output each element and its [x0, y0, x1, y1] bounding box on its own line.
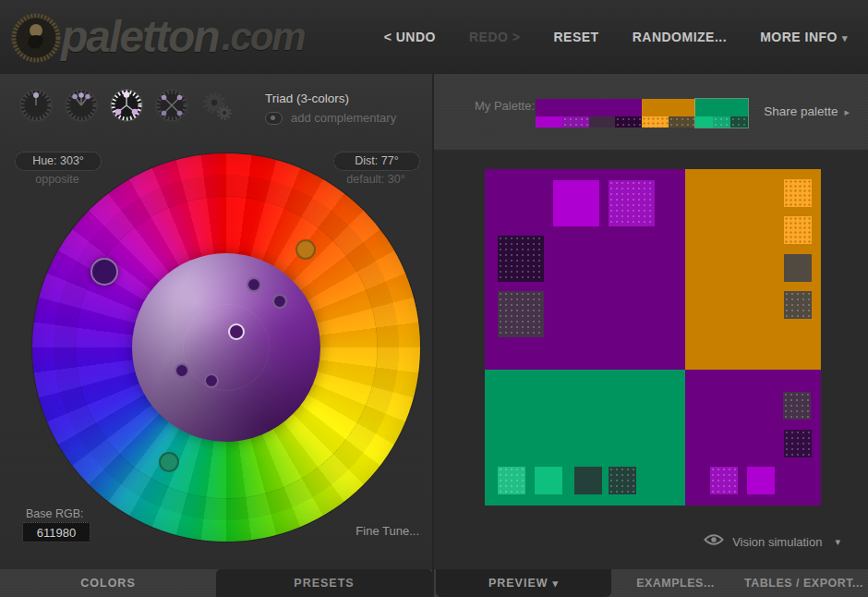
paletton-app: paletton .com < UNDO REDO > RESET RANDOM…	[0, 0, 868, 597]
palette-bar: My Palette:	[434, 74, 868, 150]
paletton-logo-icon	[9, 9, 61, 65]
preview-swatch[interactable]	[498, 291, 544, 337]
preview-swatch[interactable]	[498, 236, 544, 282]
logo: paletton .com	[9, 5, 305, 69]
hue-marker[interactable]	[90, 258, 118, 286]
preview-swatch[interactable]	[784, 254, 812, 282]
saturation-brightness-disc[interactable]	[132, 253, 320, 442]
triad-marker-teal[interactable]	[159, 452, 179, 472]
mode-freestyle-gears-icon[interactable]	[199, 88, 235, 123]
tab-tables-export[interactable]: TABLES / EXPORT...	[740, 569, 868, 597]
redo-button: REDO >	[469, 30, 521, 44]
preview-swatch[interactable]	[609, 467, 636, 494]
preview-quadrant-purple-2[interactable]	[685, 370, 821, 506]
scheme-designer-panel: Triad (3-colors) add complementary Hue: …	[0, 74, 432, 597]
preview-quadrant-orange[interactable]	[685, 169, 821, 370]
palette-strip[interactable]	[536, 99, 748, 128]
logo-tld: .com	[222, 5, 305, 69]
preview-swatch[interactable]	[783, 392, 811, 420]
radio-icon[interactable]	[265, 112, 283, 125]
header-menu: < UNDO REDO > RESET RANDOMIZE... MORE IN…	[384, 0, 848, 74]
add-complementary-label: add complementary	[291, 111, 396, 125]
tab-examples[interactable]: EXAMPLES...	[611, 569, 740, 597]
add-complementary-toggle[interactable]: add complementary	[265, 111, 396, 125]
chevron-down-icon: ▾	[842, 32, 848, 43]
vision-simulation-menu[interactable]: Vision simulation ▾	[704, 533, 840, 550]
chevron-down-icon: ▾	[553, 578, 560, 589]
reset-button[interactable]: RESET	[553, 30, 598, 44]
eye-icon	[704, 533, 724, 550]
chevron-down-icon: ▾	[835, 536, 840, 548]
preview-panel: My Palette:	[432, 74, 868, 597]
scheme-mode-selector	[18, 88, 235, 123]
tab-colors[interactable]: COLORS	[0, 569, 216, 597]
preview-swatch[interactable]	[784, 179, 812, 207]
my-palette-label: My Palette:	[475, 99, 535, 113]
triad-marker-orange[interactable]	[295, 239, 316, 260]
randomize-button[interactable]: RANDOMIZE...	[633, 30, 727, 44]
mode-monochromatic-icon[interactable]	[18, 88, 54, 123]
preview-swatch[interactable]	[609, 180, 655, 226]
preview-swatch[interactable]	[574, 467, 602, 494]
left-tab-bar: COLORS PRESETS	[0, 569, 432, 597]
fine-tune-link[interactable]: Fine Tune...	[356, 524, 419, 538]
distance-default-label[interactable]: default: 30°	[333, 173, 418, 186]
more-info-menu[interactable]: MORE INFO▾	[760, 30, 848, 44]
scheme-title: Triad (3-colors)	[265, 91, 349, 105]
preview-swatch[interactable]	[553, 180, 599, 226]
color-wheel[interactable]	[32, 153, 420, 542]
shade-marker[interactable]	[175, 363, 189, 378]
base-rgb-input[interactable]	[22, 522, 90, 542]
preview-swatch[interactable]	[784, 291, 812, 319]
shade-marker[interactable]	[204, 373, 219, 388]
arrow-right-icon: ▸	[844, 106, 850, 117]
mode-tetrad-icon[interactable]	[154, 88, 189, 123]
preview-quadrant-purple-1[interactable]	[485, 169, 685, 370]
mode-triad-icon-active[interactable]	[109, 88, 144, 123]
hue-opposite-label[interactable]: opposite	[15, 173, 100, 186]
palette-group-purple[interactable]	[536, 99, 642, 128]
preview-swatch[interactable]	[784, 216, 812, 244]
palette-group-orange[interactable]	[642, 99, 695, 128]
tab-preview[interactable]: PREVIEW▾	[436, 569, 611, 597]
vision-simulation-label: Vision simulation	[732, 535, 822, 549]
base-rgb-label: Base RGB:	[26, 507, 84, 520]
right-tab-bar: PREVIEW▾ EXAMPLES... TABLES / EXPORT...	[434, 569, 868, 597]
distance-button[interactable]: Dist: 77°	[333, 152, 420, 171]
preview-swatch[interactable]	[710, 467, 738, 494]
preview-swatch[interactable]	[747, 467, 775, 494]
undo-button[interactable]: < UNDO	[384, 30, 436, 44]
share-palette-link[interactable]: Share palette▸	[764, 104, 850, 118]
logo-name: paletton	[61, 5, 219, 69]
shade-marker[interactable]	[272, 294, 287, 309]
mode-adjacent-icon[interactable]	[64, 88, 99, 123]
palette-preview	[485, 169, 821, 506]
shade-marker-active[interactable]	[228, 323, 245, 340]
preview-quadrant-teal[interactable]	[485, 370, 685, 506]
palette-group-teal[interactable]	[695, 99, 748, 128]
preview-swatch[interactable]	[784, 430, 812, 457]
shade-marker[interactable]	[247, 277, 261, 292]
hue-button[interactable]: Hue: 303°	[15, 152, 102, 171]
preview-swatch[interactable]	[498, 467, 525, 494]
preview-swatch[interactable]	[535, 467, 562, 494]
header: paletton .com < UNDO REDO > RESET RANDOM…	[0, 0, 868, 75]
tab-presets[interactable]: PRESETS	[216, 569, 432, 597]
